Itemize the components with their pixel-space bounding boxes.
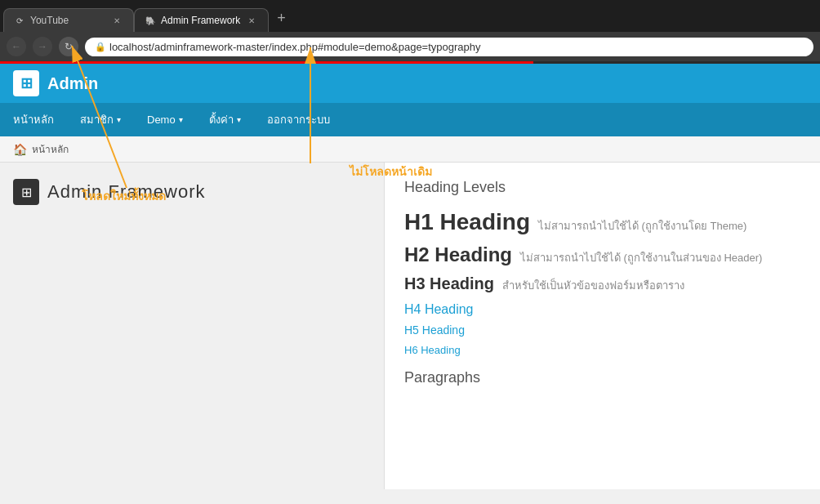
paragraphs-title: Paragraphs bbox=[404, 369, 800, 386]
h1-note: ไม่สามารถนำไปใช้ได้ (ถูกใช้งานโดย Theme) bbox=[538, 220, 746, 232]
youtube-spinner-icon: ⟳ bbox=[14, 15, 25, 26]
demo-caret-icon: ▾ bbox=[179, 115, 183, 124]
breadcrumb-home-label: หน้าหลัก bbox=[32, 141, 69, 157]
admin-tab-icon: 🐘 bbox=[145, 15, 156, 26]
members-caret-icon: ▾ bbox=[117, 115, 121, 124]
address-bar: ← → ↻ 🔒 localhost/adminframework-master/… bbox=[0, 32, 820, 61]
right-panel: Heading Levels H1 Heading ไม่สามารถนำไปใ… bbox=[384, 163, 820, 489]
nav-bar: หน้าหลัก สมาชิก ▾ Demo ▾ ตั้งค่า ▾ ออกจา… bbox=[0, 103, 820, 136]
h3-row: H3 Heading สำหรับใช้เป็นหัวข้อของฟอร์มหร… bbox=[404, 274, 800, 294]
tab-admin[interactable]: 🐘 Admin Framework ✕ bbox=[134, 8, 269, 32]
nav-logout-label: ออกจากระบบ bbox=[267, 111, 330, 128]
tab-admin-label: Admin Framework bbox=[161, 15, 240, 26]
h4-row: H4 Heading bbox=[404, 302, 800, 317]
nav-demo-label: Demo bbox=[147, 114, 176, 126]
settings-caret-icon: ▾ bbox=[237, 115, 241, 124]
h3-note: สำหรับใช้เป็นหัวข้อของฟอร์มหรือตาราง bbox=[502, 279, 684, 292]
nav-settings-label: ตั้งค่า bbox=[209, 111, 234, 128]
app-title: Admin bbox=[47, 74, 98, 93]
h4-heading: H4 Heading bbox=[404, 302, 474, 316]
reload-button[interactable]: ↻ bbox=[59, 37, 78, 56]
tab-youtube[interactable]: ⟳ YouTube ✕ bbox=[3, 8, 134, 32]
browser-chrome: ⟳ YouTube ✕ 🐘 Admin Framework ✕ + ← → ↻ … bbox=[0, 0, 820, 64]
page-title-icon: ⊞ bbox=[13, 179, 39, 205]
h2-heading: H2 Heading bbox=[404, 243, 512, 265]
h1-row: H1 Heading ไม่สามารถนำไปใช้ได้ (ถูกใช้งา… bbox=[404, 209, 800, 235]
nav-settings[interactable]: ตั้งค่า ▾ bbox=[196, 103, 254, 136]
nav-home-label: หน้าหลัก bbox=[13, 111, 54, 128]
h2-note: ไม่สามารถนำไปใช้ได้ (ถูกใช้งานในส่วนของ … bbox=[520, 252, 763, 264]
h3-heading: H3 Heading bbox=[404, 274, 494, 292]
nav-demo[interactable]: Demo ▾ bbox=[134, 103, 196, 136]
h2-row: H2 Heading ไม่สามารถนำไปใช้ได้ (ถูกใช้งา… bbox=[404, 243, 800, 266]
page-title-row: ⊞ Admin Framework bbox=[13, 179, 371, 205]
secure-icon: 🔒 bbox=[95, 42, 106, 52]
h1-heading: H1 Heading bbox=[404, 209, 530, 234]
app-header: ⊞ Admin bbox=[0, 64, 820, 103]
url-text: localhost/adminframework-master/index.ph… bbox=[109, 41, 481, 53]
breadcrumb: 🏠 หน้าหลัก bbox=[0, 136, 820, 163]
title-icon-symbol: ⊞ bbox=[21, 185, 32, 200]
app-logo: ⊞ bbox=[13, 70, 39, 96]
back-button[interactable]: ← bbox=[7, 37, 26, 56]
new-tab-button[interactable]: + bbox=[269, 5, 294, 32]
forward-button[interactable]: → bbox=[33, 37, 52, 56]
h5-heading: H5 Heading bbox=[404, 323, 465, 337]
h6-heading: H6 Heading bbox=[404, 344, 461, 356]
page-content: ⊞ Admin Framework Heading Levels H1 Head… bbox=[0, 163, 820, 489]
nav-home[interactable]: หน้าหลัก bbox=[0, 103, 67, 136]
tab-youtube-label: YouTube bbox=[30, 15, 69, 26]
url-box[interactable]: 🔒 localhost/adminframework-master/index.… bbox=[85, 38, 813, 56]
page-title: Admin Framework bbox=[47, 181, 205, 203]
tab-youtube-close[interactable]: ✕ bbox=[110, 14, 123, 27]
nav-logout[interactable]: ออกจากระบบ bbox=[254, 103, 343, 136]
h6-row: H6 Heading bbox=[404, 343, 800, 356]
h5-row: H5 Heading bbox=[404, 323, 800, 337]
logo-icon: ⊞ bbox=[20, 74, 33, 92]
nav-members-label: สมาชิก bbox=[80, 111, 114, 128]
left-panel: ⊞ Admin Framework bbox=[0, 163, 384, 489]
heading-levels-title: Heading Levels bbox=[404, 179, 800, 196]
nav-members[interactable]: สมาชิก ▾ bbox=[67, 103, 134, 136]
tab-admin-close[interactable]: ✕ bbox=[245, 14, 258, 27]
home-icon: 🏠 bbox=[13, 143, 27, 156]
tab-bar: ⟳ YouTube ✕ 🐘 Admin Framework ✕ + bbox=[0, 0, 820, 32]
